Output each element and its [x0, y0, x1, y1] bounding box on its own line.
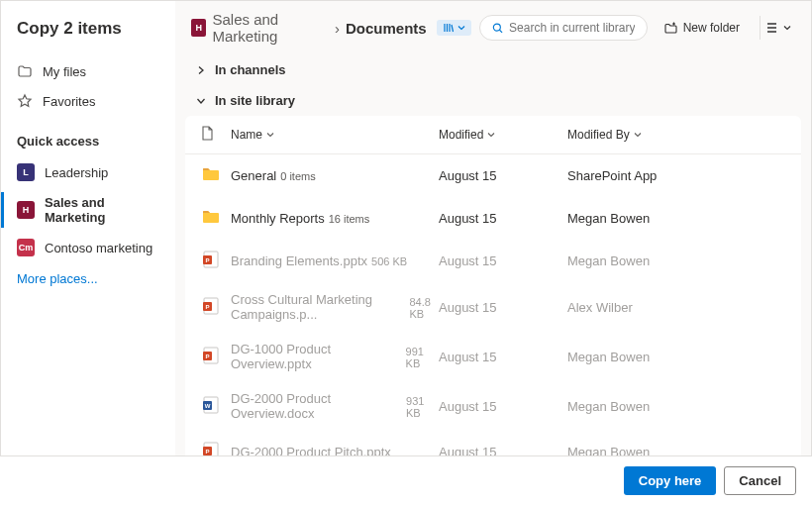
item-name: General: [231, 168, 276, 183]
view-selector[interactable]: [437, 20, 471, 36]
item-name: DG-1000 Product Overview.pptx: [231, 342, 402, 371]
nav-label: My files: [43, 64, 86, 79]
chevron-down-icon: [195, 95, 207, 107]
item-name-cell: Monthly Reports 16 items: [231, 211, 439, 226]
search-input-wrapper[interactable]: [479, 15, 648, 41]
chevron-down-icon: [457, 24, 465, 32]
sidebar-item-leadership[interactable]: LLeadership: [1, 156, 175, 188]
docx-icon: W: [201, 395, 231, 418]
footer: Copy here Cancel: [0, 455, 812, 505]
item-name: Monthly Reports: [231, 211, 325, 226]
quick-access-header: Quick access: [1, 116, 175, 156]
chevron-right-icon: ›: [335, 20, 340, 37]
svg-text:P: P: [205, 303, 209, 309]
item-modified-by: SharePoint App: [567, 168, 785, 183]
star-icon: [17, 93, 33, 109]
item-subtitle: 0 items: [280, 170, 315, 182]
item-subtitle: 506 KB: [371, 255, 407, 267]
list-icon: [764, 21, 778, 35]
table-row: P Cross Cultural Marketing Campaigns.p..…: [185, 282, 801, 332]
sidebar-item-sales-and-marketing[interactable]: HSales and Marketing: [1, 188, 175, 232]
table-header: Name Modified Modified By: [185, 116, 801, 154]
pptx-icon: P: [201, 250, 231, 272]
dialog-title: Copy 2 items: [1, 19, 175, 56]
site-icon: H: [191, 19, 206, 37]
nav-my-files[interactable]: My files: [1, 56, 175, 86]
search-icon: [492, 22, 503, 35]
chevron-down-icon: [266, 131, 274, 139]
column-type-icon: [201, 126, 231, 144]
view-options-button[interactable]: [760, 16, 795, 40]
item-modified: August 15: [439, 211, 567, 226]
column-name-header[interactable]: Name: [231, 128, 439, 142]
item-modified-by: Megan Bowen: [567, 399, 785, 414]
section-channels[interactable]: In channels: [175, 54, 811, 85]
breadcrumb: H Sales and Marketing › Documents: [191, 11, 471, 45]
new-folder-icon: [663, 21, 678, 36]
cancel-button[interactable]: Cancel: [724, 466, 796, 495]
sidebar-item-contoso-marketing[interactable]: CmContoso marketing: [1, 232, 175, 263]
copy-here-button[interactable]: Copy here: [624, 466, 717, 495]
search-input[interactable]: [509, 21, 635, 35]
item-subtitle: 931 KB: [406, 395, 439, 419]
topbar: H Sales and Marketing › Documents New fo…: [175, 1, 811, 54]
folder-icon: [17, 63, 33, 79]
sidebar-item-label: Sales and Marketing: [45, 195, 159, 225]
table-row[interactable]: Monthly Reports 16 items August 15 Megan…: [185, 197, 801, 240]
item-name: Cross Cultural Marketing Campaigns.p...: [231, 292, 405, 322]
item-modified: August 15: [439, 300, 567, 315]
sidebar-item-label: Contoso marketing: [45, 241, 152, 255]
item-name-cell: DG-2000 Product Overview.docx 931 KB: [231, 391, 439, 421]
svg-text:P: P: [205, 449, 209, 454]
item-subtitle: 16 items: [329, 213, 370, 225]
svg-point-0: [493, 24, 500, 31]
item-subtitle: 84.8 KB: [409, 296, 439, 320]
item-name-cell: General 0 items: [231, 168, 439, 183]
item-modified-by: Megan Bowen: [567, 350, 785, 364]
item-name-cell: Cross Cultural Marketing Campaigns.p... …: [231, 292, 439, 322]
item-modified: August 15: [439, 399, 567, 414]
pptx-icon: P: [201, 346, 231, 368]
chevron-down-icon: [487, 131, 495, 139]
pptx-icon: P: [201, 296, 231, 319]
section-library[interactable]: In site library: [175, 85, 811, 116]
chevron-down-icon: [634, 131, 642, 139]
item-name: DG-2000 Product Overview.docx: [231, 391, 402, 421]
site-badge-icon: H: [17, 201, 35, 219]
breadcrumb-site[interactable]: Sales and Marketing: [212, 11, 328, 45]
file-table: Name Modified Modified By General 0 item…: [185, 116, 801, 504]
item-name-cell: DG-1000 Product Overview.pptx 991 KB: [231, 342, 439, 371]
svg-text:W: W: [205, 402, 211, 408]
site-badge-icon: L: [17, 163, 35, 181]
more-places-link[interactable]: More places...: [1, 263, 175, 294]
sidebar: Copy 2 items My files Favorites Quick ac…: [1, 1, 175, 504]
folder-icon: [201, 164, 231, 187]
column-modifiedby-header[interactable]: Modified By: [567, 128, 785, 142]
table-row: P Branding Elements.pptx 506 KB August 1…: [185, 240, 801, 282]
item-modified: August 15: [439, 168, 567, 183]
breadcrumb-current: Documents: [346, 20, 427, 37]
library-icon: [443, 22, 455, 34]
item-name-cell: Branding Elements.pptx 506 KB: [231, 253, 439, 268]
nav-favorites[interactable]: Favorites: [1, 86, 175, 116]
new-folder-label: New folder: [683, 21, 740, 35]
chevron-down-icon: [783, 24, 791, 32]
column-modified-header[interactable]: Modified: [439, 128, 567, 142]
sidebar-item-label: Leadership: [45, 165, 108, 180]
chevron-right-icon: [195, 64, 207, 76]
table-row: W DG-2000 Product Overview.docx 931 KB A…: [185, 381, 801, 431]
item-name: Branding Elements.pptx: [231, 253, 367, 268]
table-row[interactable]: General 0 items August 15 SharePoint App: [185, 154, 801, 197]
folder-icon: [201, 207, 231, 230]
svg-text:P: P: [205, 257, 209, 263]
new-folder-button[interactable]: New folder: [656, 16, 748, 41]
site-badge-icon: Cm: [17, 239, 35, 256]
item-subtitle: 991 KB: [406, 346, 439, 369]
item-modified: August 15: [439, 350, 567, 364]
item-modified-by: Alex Wilber: [567, 300, 785, 315]
item-modified-by: Megan Bowen: [567, 253, 785, 268]
svg-text:P: P: [205, 353, 209, 358]
section-label: In site library: [215, 93, 295, 108]
nav-label: Favorites: [43, 94, 95, 109]
section-label: In channels: [215, 62, 286, 77]
